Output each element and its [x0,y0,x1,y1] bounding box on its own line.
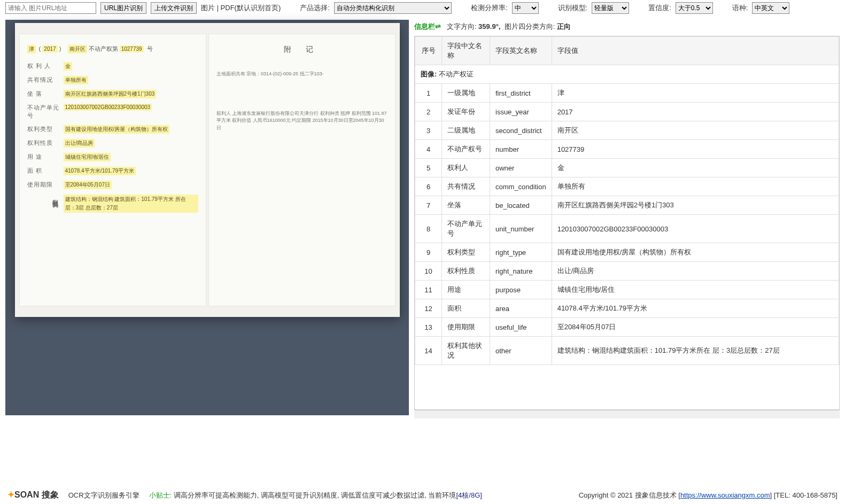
table-row: 2发证年份issue_year2017 [415,103,839,121]
doc-right-title: 附 记 [216,45,387,55]
th-val: 字段值 [552,37,839,65]
hl-year: 2017 [42,45,57,52]
cell-en: unit_number [490,215,552,243]
cell-val: 金 [552,159,839,177]
table-row: 10权利性质right_nature出让/商品房 [415,262,839,281]
horizontal-scrollbar[interactable] [414,410,840,418]
cell-cn: 坐落 [442,196,490,215]
table-row: 3二级属地second_district南开区 [415,121,839,140]
cell-en: purpose [490,281,552,299]
table-row: 7坐落be_located南开区红旗路西侧美坪园2号楼1门303 [415,196,839,215]
confidence-label: 置信度: [648,3,671,13]
cell-num: 2 [415,103,442,121]
table-row: 5权利人owner金 [415,159,839,177]
cell-num: 1 [415,84,442,103]
cell-num: 8 [415,215,442,243]
table-row: 14权利其他状况other建筑结构：钢混结构建筑面积：101.79平方米所在 层… [415,337,839,365]
cell-en: right_type [490,243,552,262]
language-label: 语种: [732,3,748,13]
doc-row-key: 面 积 [27,167,59,175]
language-select[interactable]: 中英文 [752,2,789,14]
doc-row-value: 南开区红旗路西侧美坪园2号楼1门303 [64,90,157,98]
cell-cn: 一级属地 [442,84,490,103]
hl-district2: 南开区 [68,45,87,53]
cell-val: 41078.4平方米/101.79平方米 [552,299,839,318]
cell-en: be_located [490,196,552,215]
doc-row-key: 使用期限 [27,181,59,189]
img-row-value: 不动产权证 [439,70,474,78]
doc-row-key: 权 利 人 [27,62,59,70]
cell-num: 12 [415,299,442,318]
cell-val: 单独所有 [552,177,839,196]
table-row: 12面积area41078.4平方米/101.79平方米 [415,299,839,318]
cell-val: 南开区红旗路西侧美坪园2号楼1门303 [552,196,839,215]
image-preview-panel: 津 ( 2017 ) 南开区 不动产权第 1027739 号 权 利 人金共有情… [5,20,409,415]
result-table-wrap[interactable]: 序号 字段中文名称 字段英文名称 字段值 图像: 不动产权证 1一级属地firs… [414,36,840,410]
cell-val: 120103007002GB00233F00030003 [552,215,839,243]
cell-num: 5 [415,159,442,177]
cell-en: comm_condition [490,177,552,196]
upload-recognize-button[interactable]: 上传文件识别 [151,2,197,14]
info-label: 信息栏⇌ [414,22,441,30]
doc-row-key: 共有情况 [27,76,59,84]
info-bar: 信息栏⇌ 文字方向: 359.9°, 图片四分类方向: 正向 [414,20,840,36]
table-image-row: 图像: 不动产权证 [415,65,839,84]
info-dir-value: 359.9°, [478,22,500,30]
doc-row-key: 不动产单元号 [27,104,59,120]
cell-val: 城镇住宅用地/居住 [552,281,839,299]
cell-num: 14 [415,337,442,365]
doc-row-value: 120103007002GB00233F00030003 [64,104,152,111]
resolution-label: 检测分辨率: [471,3,508,13]
hl-number: 1027739 [120,45,144,52]
model-select[interactable]: 轻量版 [592,2,629,14]
cell-cn: 权利其他状况 [442,337,490,365]
cell-val: 至2084年05月07日 [552,318,839,337]
hl-district1: 津 [27,45,36,53]
table-row: 1一级属地first_district津 [415,84,839,103]
info-quad-value: 正向 [557,22,571,30]
cell-val: 津 [552,84,839,103]
doc-row-value: 单独所有 [64,76,88,84]
th-en: 字段英文名称 [490,37,552,65]
cell-cn: 二级属地 [442,121,490,140]
cell-val: 1027739 [552,140,839,159]
doc-row-value: 至2084年05月07日 [64,181,112,189]
doc-other-key: 权利其他状况 [27,195,59,237]
resolution-select[interactable]: 中 [512,2,539,14]
cell-num: 9 [415,243,442,262]
cell-cn: 不动产单元号 [442,215,490,243]
hl-suffix: 号 [147,45,153,52]
url-recognize-button[interactable]: URL图片识别 [100,2,146,14]
cell-en: issue_year [490,103,552,121]
cell-cn: 使用期限 [442,318,490,337]
doc-row-key: 坐 落 [27,90,59,98]
cell-en: area [490,299,552,318]
cell-en: first_district [490,84,552,103]
doc-row-value: 出让/商品房 [64,139,95,148]
cell-cn: 用途 [442,281,490,299]
table-row: 9权利类型right_type国有建设用地使用权/房屋（构筑物）所有权 [415,243,839,262]
url-input[interactable] [5,2,96,14]
th-num: 序号 [415,37,442,65]
cell-cn: 权利性质 [442,262,490,281]
cell-val: 国有建设用地使用权/房屋（构筑物）所有权 [552,243,839,262]
doc-row-key: 用 途 [27,153,59,161]
doc-right-note2: 权利人 上海浦东发展银行股份有限公司天津分行 权利种类 抵押 权利范围 101.… [216,110,387,132]
cell-val: 建筑结构：钢混结构建筑面积：101.79平方米所在 层：3层总层数：27层 [552,337,839,365]
doc-row-value: 41078.4平方米/101.79平方米 [64,167,136,175]
document-image: 津 ( 2017 ) 南开区 不动产权第 1027739 号 权 利 人金共有情… [15,23,400,317]
cell-val: 南开区 [552,121,839,140]
confidence-select[interactable]: 大于0.5 [676,2,713,14]
cell-en: useful_life [490,318,552,337]
cell-num: 10 [415,262,442,281]
doc-right-note1: 土地面积共有 宗地：0314-(02)-009-25 抵二字103- [216,71,387,78]
cell-en: owner [490,159,552,177]
product-select[interactable]: 自动分类结构化识别 [334,2,452,14]
cell-num: 7 [415,196,442,215]
cell-cn: 共有情况 [442,177,490,196]
doc-row-key: 权利性质 [27,139,59,147]
doc-other-value: 建筑结构：钢混结构 建筑面积：101.79平方米 所在 层：3层 总层数：27层 [64,195,198,213]
table-row: 8不动产单元号unit_number120103007002GB00233F00… [415,215,839,243]
cell-num: 3 [415,121,442,140]
table-row: 6共有情况comm_condition单独所有 [415,177,839,196]
